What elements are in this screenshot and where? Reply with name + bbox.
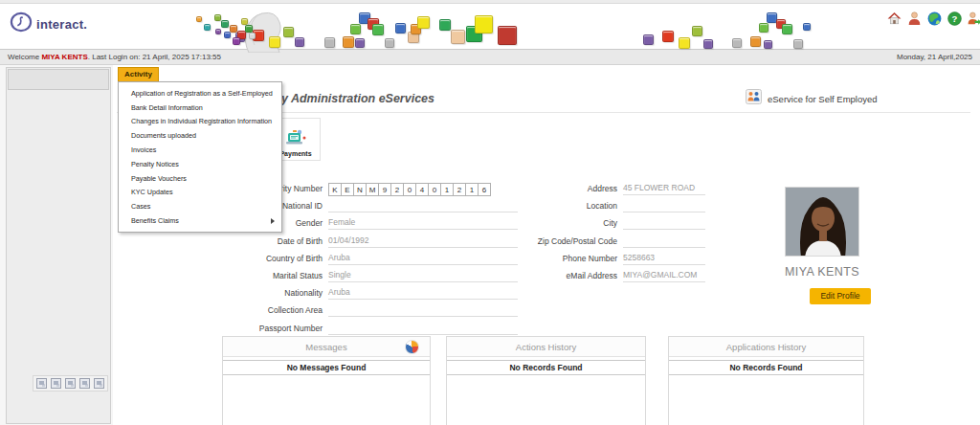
field-label: Collection Area: [227, 305, 328, 315]
thumbnail-icon[interactable]: [79, 378, 90, 389]
decorative-cube: [803, 23, 811, 31]
decorative-cube: [204, 24, 211, 31]
security-number-char-box: 6: [478, 183, 491, 196]
decorative-cube: [662, 31, 674, 42]
menu-item-application-of-registration-as-a-self-employed[interactable]: Application of Registration as a Self-Em…: [119, 86, 281, 101]
thumbnail-icon[interactable]: [94, 378, 104, 389]
panel-header: Messages: [223, 337, 430, 357]
decorative-cube: [241, 18, 248, 25]
decorative-cube: [679, 37, 690, 49]
menu-item-invoices[interactable]: Invoices: [119, 143, 281, 157]
form-row-address: Address45 FLOWER ROAD: [522, 180, 713, 197]
panel-title: Applications History: [726, 342, 806, 352]
decorative-cube: [350, 24, 361, 34]
field-value-date-of-birth[interactable]: 01/04/1992: [328, 235, 518, 248]
menu-item-payable-vouchers[interactable]: Payable Vouchers: [119, 171, 281, 186]
field-value-phone-number[interactable]: 5258663: [623, 252, 705, 265]
decorative-cube: [417, 16, 430, 29]
messages-panel: MessagesNo Messages Found: [222, 336, 431, 425]
decorative-cube: [372, 24, 384, 35]
decorative-cube: [439, 19, 451, 31]
menu-item-cases[interactable]: Cases: [119, 199, 281, 213]
profile-name: MIYA KENTS: [750, 265, 894, 279]
decorative-cube: [385, 38, 394, 48]
field-value-city[interactable]: [623, 216, 705, 230]
compose-message-icon[interactable]: [405, 340, 419, 354]
decorative-cube: [295, 37, 304, 47]
decorative-cube: [643, 34, 654, 45]
app-window: interact. ?: [0, 0, 980, 425]
field-value-country-of-birth[interactable]: Aruba: [328, 252, 518, 265]
activity-menu-tab[interactable]: Activity: [118, 67, 159, 82]
security-number-char-box: 1: [440, 183, 454, 196]
security-number-char-box: 4: [415, 183, 429, 196]
field-label: City: [522, 218, 623, 228]
menu-item-documents-uploaded[interactable]: Documents uploaded: [119, 128, 281, 143]
menu-item-benefits-claims[interactable]: Benefits Claims: [119, 213, 281, 228]
edit-profile-button[interactable]: Edit Profile: [810, 288, 871, 304]
contact-info-form-right: Address45 FLOWER ROADLocationCityZip Cod…: [522, 180, 713, 284]
sidebar-header: [8, 69, 109, 90]
form-row-nationality: NationalityAruba: [227, 284, 523, 302]
field-value-nationality[interactable]: Aruba: [328, 286, 518, 300]
field-value-national-id[interactable]: [328, 199, 518, 212]
help-icon[interactable]: ?: [947, 11, 963, 27]
field-label: Location: [522, 201, 623, 211]
submenu-arrow-icon: [271, 218, 275, 224]
security-number-char-box: 0: [403, 183, 416, 196]
field-label: Zip Code/Postal Code: [522, 236, 623, 246]
field-value-security-number[interactable]: KENM920401216: [328, 183, 518, 195]
sidebar-icon-strip: [33, 375, 108, 391]
field-value-collection-area[interactable]: [328, 303, 518, 317]
decorative-cube: [324, 37, 335, 48]
panel-empty-state: No Records Found: [669, 360, 863, 375]
menu-item-label: Penalty Notices: [131, 160, 179, 168]
menu-item-penalty-notices[interactable]: Penalty Notices: [119, 157, 281, 171]
globe-icon[interactable]: [926, 11, 943, 27]
applications-history-panel: Applications HistoryNo Records Found: [668, 336, 864, 425]
decorative-cube: [221, 20, 229, 28]
decorative-cube: [233, 37, 240, 45]
home-icon[interactable]: [886, 11, 902, 27]
decorative-cube: [451, 30, 465, 44]
sidebar: [6, 67, 111, 424]
decorative-cube: [283, 27, 294, 37]
menu-item-kyc-updates[interactable]: KYC Updates: [119, 186, 281, 200]
field-label: eMail Address: [522, 271, 623, 280]
decorative-cube: [782, 24, 792, 34]
form-row-phone-number: Phone Number5258663: [522, 250, 713, 267]
field-value-address[interactable]: 45 FLOWER ROAD: [623, 182, 705, 195]
logo-text: interact.: [36, 17, 87, 32]
menu-item-label: Invoices: [131, 145, 156, 154]
field-label: Phone Number: [522, 254, 623, 263]
field-value-zip-code-postal-code[interactable]: [623, 235, 705, 248]
thumbnail-icon[interactable]: [51, 378, 61, 389]
app-logo[interactable]: interact.: [10, 11, 87, 36]
field-label: Address: [522, 184, 623, 193]
menu-item-label: KYC Updates: [131, 188, 173, 196]
menu-item-bank-detail-information[interactable]: Bank Detail Information: [119, 101, 281, 115]
welcome-bar: Welcome MIYA KENTS. Last Login on: 21 Ap…: [0, 50, 980, 65]
field-value-email-address[interactable]: MIYA@GMAIL.COM: [623, 269, 705, 282]
decorative-cube: [249, 33, 256, 39]
menu-item-changes-in-individual-registration-information[interactable]: Changes in Individual Registration Infor…: [119, 115, 281, 129]
field-value-location[interactable]: [623, 199, 705, 212]
thumbnail-icon[interactable]: [65, 378, 76, 389]
field-value-marital-status[interactable]: Single: [328, 269, 518, 282]
page-title: y Administration eServices: [281, 92, 434, 105]
field-value-passport-number[interactable]: [328, 322, 518, 335]
decorative-cube: [343, 36, 354, 48]
decorative-cube: [224, 32, 231, 38]
form-row-collection-area: Collection Area: [227, 302, 523, 319]
activity-dropdown-menu: Application of Registration as a Self-Em…: [118, 81, 282, 233]
actions-history-panel: Actions HistoryNo Records Found: [446, 336, 646, 425]
user-name: MIYA KENTS: [41, 53, 87, 61]
form-row-date-of-birth: Date of Birth01/04/1992: [227, 233, 523, 250]
field-value-gender[interactable]: Female: [328, 216, 518, 230]
service-label: eService for Self Employed: [768, 94, 878, 104]
logout-icon[interactable]: [967, 11, 980, 27]
user-icon[interactable]: [906, 11, 923, 27]
thumbnail-icon[interactable]: [36, 378, 47, 389]
menu-item-label: Application of Registration as a Self-Em…: [131, 89, 273, 98]
form-row-city: City: [522, 214, 713, 232]
